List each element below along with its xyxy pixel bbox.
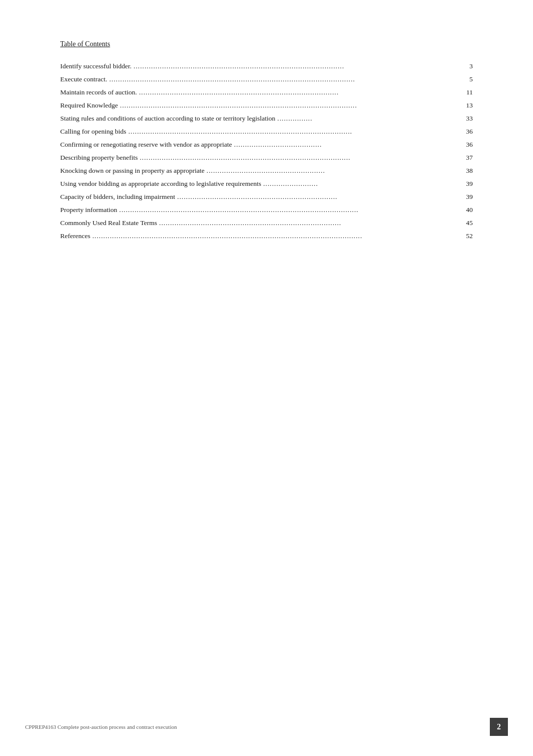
toc-dots: ........................................… — [131, 62, 461, 70]
toc-dots: ................ — [276, 115, 461, 123]
toc-page-number: 39 — [461, 193, 473, 201]
toc-row: Maintain records of auction. ...........… — [60, 88, 473, 96]
toc-row: Property information ...................… — [60, 206, 473, 214]
toc-row: Calling for opening bids ...............… — [60, 128, 473, 136]
toc-dots: ........................................ — [232, 141, 461, 149]
toc-row: Capacity of bidders, including impairmen… — [60, 193, 473, 201]
toc-page-number: 33 — [461, 115, 473, 123]
toc-page-number: 3 — [461, 62, 473, 70]
toc-dots: ........................................… — [117, 206, 461, 214]
toc-row: References .............................… — [60, 232, 473, 240]
footer: CPPREP4163 Complete post-auction process… — [0, 718, 533, 736]
toc-page-number: 37 — [461, 154, 473, 162]
toc-page-number: 5 — [461, 75, 473, 83]
toc-row: Commonly Used Real Estate Terms ........… — [60, 219, 473, 227]
toc-dots: ........................................… — [205, 167, 461, 175]
toc-dots: ........................................… — [126, 128, 461, 136]
toc-dots: ........................................… — [118, 101, 461, 110]
toc-dots: ........................................… — [137, 88, 461, 96]
content-area: Table of Contents Identify successful bi… — [0, 0, 533, 295]
toc-heading: Table of Contents — [60, 40, 473, 48]
toc-dots: ......................... — [261, 180, 461, 188]
toc-row: Execute contract. ......................… — [60, 75, 473, 83]
toc-page-number: 11 — [461, 88, 473, 96]
footer-page-number: 2 — [490, 718, 508, 736]
toc-entry-text: References — [60, 232, 90, 240]
toc-row: Using vendor bidding as appropriate acco… — [60, 180, 473, 188]
toc-page-number: 52 — [461, 232, 473, 240]
toc-entry-text: Knocking down or passing in property as … — [60, 167, 205, 175]
toc-entry-text: Confirming or renegotiating reserve with… — [60, 141, 232, 149]
toc-row: Knocking down or passing in property as … — [60, 167, 473, 175]
toc-dots: ........................................… — [157, 219, 461, 227]
toc-entry-text: Describing property benefits — [60, 154, 138, 162]
toc-list: Identify successful bidder. ............… — [60, 62, 473, 240]
toc-row: Stating rules and conditions of auction … — [60, 115, 473, 123]
toc-page-number: 40 — [461, 206, 473, 214]
toc-row: Describing property benefits ...........… — [60, 154, 473, 162]
toc-page-number: 38 — [461, 167, 473, 175]
toc-entry-text: Identify successful bidder. — [60, 62, 131, 70]
toc-dots: ........................................… — [175, 193, 461, 201]
toc-page-number: 13 — [461, 101, 473, 110]
toc-page-number: 39 — [461, 180, 473, 188]
toc-page-number: 36 — [461, 128, 473, 136]
toc-page-number: 36 — [461, 141, 473, 149]
toc-entry-text: Execute contract. — [60, 75, 107, 83]
page-container: Table of Contents Identify successful bi… — [0, 0, 533, 756]
toc-entry-text: Maintain records of auction. — [60, 88, 137, 96]
toc-row: Identify successful bidder. ............… — [60, 62, 473, 70]
toc-entry-text: Calling for opening bids — [60, 128, 126, 136]
toc-entry-text: Commonly Used Real Estate Terms — [60, 219, 157, 227]
toc-entry-text: Required Knowledge — [60, 101, 118, 110]
toc-dots: ........................................… — [138, 154, 461, 162]
toc-entry-text: Capacity of bidders, including impairmen… — [60, 193, 175, 201]
toc-row: Confirming or renegotiating reserve with… — [60, 141, 473, 149]
toc-row: Required Knowledge .....................… — [60, 101, 473, 110]
toc-dots: ........................................… — [90, 232, 461, 240]
toc-entry-text: Property information — [60, 206, 117, 214]
toc-page-number: 45 — [461, 219, 473, 227]
footer-text: CPPREP4163 Complete post-auction process… — [25, 724, 177, 730]
toc-dots: ........................................… — [107, 75, 461, 83]
toc-entry-text: Using vendor bidding as appropriate acco… — [60, 180, 261, 188]
toc-entry-text: Stating rules and conditions of auction … — [60, 115, 276, 123]
